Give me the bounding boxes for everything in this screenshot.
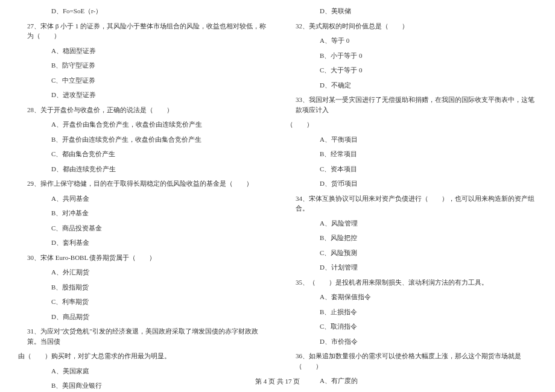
q27-option-c: C、中立型证券 <box>51 75 268 86</box>
q34-option-d: D、计划管理 <box>320 262 537 273</box>
q30-option-a: A、外汇期货 <box>51 267 268 277</box>
q27-option-a: A、稳固型证券 <box>51 46 268 56</box>
q29-option-a: A、共同基金 <box>51 194 268 204</box>
q30-text: 宋体 Euro-BOBL 债券期货属于（ ） <box>40 254 156 261</box>
q29-text: 操作上保守稳健，目的在于取得长期稳定的低风险收益的基金是（ ） <box>40 180 253 187</box>
q33-option-b: B、经常项目 <box>320 149 537 159</box>
q31-stem-cont: 由（ ）购买时，对扩大总需求的作用最为明显。 <box>18 351 268 361</box>
q28-option-c: C、都由集合竞价产生 <box>51 149 268 159</box>
q27-num: 27、 <box>27 22 40 30</box>
q34-option-c: C、风险预测 <box>320 248 537 258</box>
q36-stem: 36、如果追加数量很小的需求可以使价格大幅度上涨，那么这个期货市场就是（ ） <box>296 351 537 371</box>
q33-option-c: C、资本项目 <box>320 164 537 174</box>
q32-option-c: C、大于等于 0 <box>320 65 537 75</box>
q33-stem: 33、我国对某一受灾国进行了无偿援助和捐赠，在我国的国际收支平衡表中，这笔款项应… <box>296 95 537 115</box>
q29-option-b: B、对冲基金 <box>51 208 268 218</box>
q32-text: 美式期权的时间价值总是（ ） <box>309 22 408 30</box>
q35-option-c: C、取消指令 <box>320 321 537 332</box>
q36-text: 如果追加数量很小的需求可以使价格大幅度上涨，那么这个期货市场就是（ ） <box>296 352 521 370</box>
prev-q-option-d-right: D、美联储 <box>320 6 537 16</box>
two-column-layout: D、Fo=SoE（r-） 27、宋体 β 小于 1 的证券，其风险小于整体市场组… <box>18 6 537 365</box>
q29-num: 29、 <box>27 180 40 187</box>
q28-text: 关于开盘价与收盘价，正确的说法是（ ） <box>40 106 173 113</box>
q29-option-c: C、商品投资基金 <box>51 223 268 233</box>
right-column: D、美联储 32、美式期权的时间价值总是（ ） A、等于 0 B、小于等于 0 … <box>287 6 537 365</box>
q28-option-d: D、都由连续竞价产生 <box>51 164 268 174</box>
q27-option-d: D、进攻型证券 <box>51 90 268 100</box>
q33-num: 33、 <box>296 96 309 103</box>
q29-option-d: D、套利基金 <box>51 238 268 248</box>
q35-option-a: A、套期保值指令 <box>320 292 537 302</box>
q27-text: 宋体 β 小于 1 的证券，其风险小于整体市场组合的风险，收益也相对较低，称为（… <box>27 22 266 40</box>
q35-option-d: D、市价指令 <box>320 337 537 347</box>
q34-num: 34、 <box>296 195 309 202</box>
q27-stem: 27、宋体 β 小于 1 的证券，其风险小于整体市场组合的风险，收益也相对较低，… <box>27 21 268 41</box>
q32-option-d: D、不确定 <box>320 80 537 90</box>
q28-stem: 28、关于开盘价与收盘价，正确的说法是（ ） <box>27 105 268 115</box>
q31-text: 为应对"次贷危机"引发的经济衰退，美国政府采取了增发国债的赤字财政政策。当国债 <box>27 327 258 345</box>
q31-num: 31、 <box>27 327 40 335</box>
left-column: D、Fo=SoE（r-） 27、宋体 β 小于 1 的证券，其风险小于整体市场组… <box>18 6 268 365</box>
q31-option-a: A、美国家庭 <box>51 366 268 376</box>
prev-q-option-d: D、Fo=SoE（r-） <box>51 6 268 16</box>
page-footer: 第 4 页 共 17 页 <box>0 377 555 386</box>
q29-stem: 29、操作上保守稳健，目的在于取得长期稳定的低风险收益的基金是（ ） <box>27 179 268 189</box>
q31-stem: 31、为应对"次贷危机"引发的经济衰退，美国政府采取了增发国债的赤字财政政策。当… <box>27 326 268 346</box>
q34-text: 宋体互换协议可以用来对资产负债进行（ ），也可以用来构造新的资产组合。 <box>296 195 534 212</box>
q33-option-d: D、货币项目 <box>320 179 537 189</box>
q28-option-b: B、开盘价由连续竞价产生，收盘价由集合竞价产生 <box>51 134 268 145</box>
q32-option-a: A、等于 0 <box>320 36 537 46</box>
q30-stem: 30、宋体 Euro-BOBL 债券期货属于（ ） <box>27 253 268 263</box>
q35-num: 35、 <box>296 279 309 286</box>
q30-option-c: C、利率期货 <box>51 297 268 307</box>
q32-num: 32、 <box>296 22 309 30</box>
q30-num: 30、 <box>27 254 40 261</box>
q32-stem: 32、美式期权的时间价值总是（ ） <box>296 21 537 31</box>
q33-stem-cont: （ ） <box>287 119 537 130</box>
q30-option-b: B、股指期货 <box>51 282 268 292</box>
q34-option-b: B、风险把控 <box>320 233 537 243</box>
q30-option-d: D、商品期货 <box>51 312 268 322</box>
q35-option-b: B、止损指令 <box>320 307 537 317</box>
q36-num: 36、 <box>296 352 309 359</box>
q33-option-a: A、平衡项目 <box>320 134 537 145</box>
q27-option-b: B、防守型证券 <box>51 60 268 71</box>
q28-option-a: A、开盘价由集合竞价产生，收盘价由连续竞价产生 <box>51 119 268 130</box>
q34-option-a: A、风险管理 <box>320 218 537 229</box>
q33-text: 我国对某一受灾国进行了无偿援助和捐赠，在我国的国际收支平衡表中，这笔款项应计入 <box>296 96 534 113</box>
q35-stem: 35、（ ）是投机者用来限制损失、滚动利润方法的有力工具。 <box>296 277 537 288</box>
q28-num: 28、 <box>27 106 40 113</box>
q32-option-b: B、小于等于 0 <box>320 51 537 61</box>
q35-text: （ ）是投机者用来限制损失、滚动利润方法的有力工具。 <box>309 279 488 286</box>
q34-stem: 34、宋体互换协议可以用来对资产负债进行（ ），也可以用来构造新的资产组合。 <box>296 194 537 213</box>
